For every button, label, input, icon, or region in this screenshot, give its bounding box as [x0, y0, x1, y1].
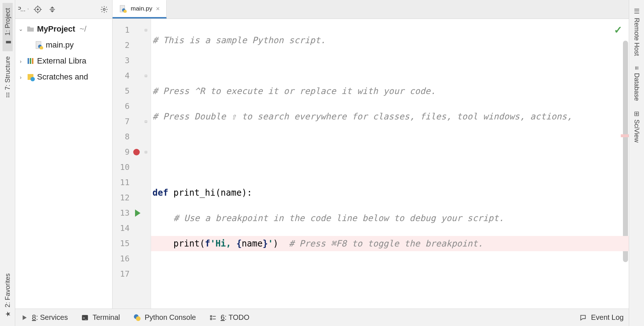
gutter-line[interactable]: 9⊟ [113, 144, 151, 160]
tool-tab-remote-host[interactable]: ☰ Remote Host [632, 2, 642, 61]
left-tool-rail: ▮ 1: Project ⠿ 7: Structure ★ 2: Favorit… [0, 0, 15, 326]
run-gutter-icon[interactable] [135, 209, 140, 217]
tool-tab-services[interactable]: 8: Services [20, 313, 68, 322]
gutter-line[interactable]: 6 [113, 99, 151, 114]
gutter-line[interactable]: 12 [113, 190, 151, 205]
tool-tab-terminal[interactable]: >_ Terminal [81, 313, 120, 322]
tree-label: main.py [46, 40, 74, 50]
close-icon[interactable]: × [156, 5, 160, 13]
tool-tab-favorites[interactable]: ★ 2: Favorites [3, 268, 13, 323]
database-icon: ≡ [633, 66, 640, 70]
gutter-line[interactable]: 15 [113, 236, 151, 251]
svg-point-8 [103, 8, 105, 11]
code-text: f [205, 239, 210, 249]
breakpoint-icon[interactable] [133, 149, 140, 155]
chevron-right-icon[interactable]: › [17, 74, 24, 80]
view-mode-selector[interactable]: P...▼ [18, 4, 28, 15]
tree-root[interactable]: ⌄ MyProject ~/ [15, 21, 112, 37]
fold-icon[interactable]: ⊟ [143, 28, 148, 33]
tree-file-main-py[interactable]: main.py [15, 37, 112, 53]
editor-tab-main-py[interactable]: main.py × [113, 0, 167, 19]
services-icon [20, 314, 28, 322]
code-area[interactable]: # This is a sample Python script. # Pres… [151, 19, 629, 309]
mnemonic: 6 [221, 313, 225, 321]
tool-tab-event-log[interactable]: Event Log [579, 313, 624, 322]
editor-tabs: main.py × [113, 0, 629, 19]
status-label: Terminal [93, 313, 120, 322]
gutter-line[interactable]: 16 [113, 251, 151, 266]
event-log-icon [579, 314, 587, 322]
gutter-line[interactable]: 7⊟ [113, 114, 151, 129]
tree-scratches[interactable]: › Scratches and [15, 69, 112, 85]
code-editor[interactable]: ✓ 1⊟ 2 3 4⊟ 5 6 7⊟ 8 9⊟ 10 11 12 13 [113, 19, 629, 309]
code-text: ) [273, 239, 278, 249]
python-icon [133, 314, 141, 322]
tool-tab-database[interactable]: ≡ Database [632, 61, 641, 106]
tree-path: ~/ [80, 24, 86, 34]
tool-tab-label: 2: Favorites [4, 273, 11, 307]
gutter-line[interactable]: 5 [113, 83, 151, 99]
fold-icon[interactable]: ⊟ [143, 150, 148, 155]
chevron-right-icon[interactable]: › [17, 58, 24, 64]
status-label: : TODO [225, 313, 249, 321]
editor-tab-label: main.py [131, 5, 152, 12]
python-file-icon [119, 5, 127, 13]
gutter-line[interactable]: 4⊟ [113, 68, 151, 83]
gutter-line[interactable]: 2 [113, 38, 151, 53]
locate-icon[interactable] [33, 4, 43, 15]
svg-point-19 [30, 77, 35, 81]
collapse-all-icon[interactable] [47, 4, 57, 15]
gutter-line[interactable]: 1⊟ [113, 23, 151, 38]
code-text: # Press ⌘F8 to toggle the breakpoint. [289, 239, 483, 249]
code-text [278, 239, 289, 249]
code-text: ' [268, 239, 273, 249]
code-text: print [174, 239, 200, 249]
gutter-line[interactable]: 17 [113, 266, 151, 282]
svg-rect-25 [210, 315, 212, 317]
gutter-line[interactable]: 11 [113, 175, 151, 190]
gear-icon[interactable] [99, 4, 109, 15]
gutter-line[interactable]: 8 [113, 129, 151, 144]
view-mode-label: P... [18, 6, 25, 13]
svg-rect-15 [28, 58, 29, 64]
folder-icon [26, 25, 35, 33]
fold-icon[interactable]: ⊟ [143, 73, 148, 78]
gutter-line[interactable]: 14 [113, 221, 151, 236]
tool-tab-python-console[interactable]: Python Console [133, 313, 196, 322]
tool-tab-sciview[interactable]: ⊞ SciView [632, 106, 642, 148]
code-text: # Press Double ⇧ to search everywhere fo… [152, 111, 572, 122]
star-icon: ★ [4, 310, 11, 318]
status-label: Python Console [145, 313, 196, 322]
tool-tab-label: 1: Project [4, 8, 11, 36]
fold-icon[interactable]: ⊟ [143, 119, 148, 124]
tool-tab-project[interactable]: ▮ 1: Project [3, 3, 13, 51]
right-tool-rail: ☰ Remote Host ≡ Database ⊞ SciView [629, 0, 644, 326]
gutter-line[interactable]: 3 [113, 53, 151, 68]
code-text: 'Hi, [210, 239, 236, 249]
gutter-line[interactable]: 10 [113, 160, 151, 175]
gutter-line[interactable]: 13 [113, 205, 151, 221]
tool-tab-todo[interactable]: 6: TODO [209, 313, 249, 322]
code-text [151, 58, 629, 73]
code-text [151, 261, 629, 277]
code-text [151, 287, 629, 302]
svg-marker-20 [23, 315, 27, 320]
tree-label: MyProject [37, 24, 75, 34]
tool-tab-structure[interactable]: ⠿ 7: Structure [3, 51, 13, 103]
library-icon [26, 57, 35, 65]
code-text: (name): [215, 188, 252, 198]
code-text: ( [200, 239, 205, 249]
editor-gutter[interactable]: 1⊟ 2 3 4⊟ 5 6 7⊟ 8 9⊟ 10 11 12 13 14 15 … [113, 19, 151, 309]
chevron-down-icon[interactable]: ⌄ [17, 26, 24, 32]
svg-rect-7 [50, 9, 55, 10]
code-text [151, 160, 629, 175]
project-tree[interactable]: ⌄ MyProject ~/ main.py › [15, 19, 113, 309]
tree-external-libraries[interactable]: › External Libra [15, 53, 112, 69]
status-label: Event Log [591, 313, 624, 322]
structure-icon: ⠿ [5, 91, 10, 99]
svg-rect-17 [32, 58, 33, 64]
project-panel-toolbar: P...▼ [15, 0, 113, 19]
mnemonic: 8 [32, 313, 36, 321]
scratches-icon [26, 73, 35, 81]
code-text: # Use a breakpoint in the code line belo… [174, 213, 504, 223]
